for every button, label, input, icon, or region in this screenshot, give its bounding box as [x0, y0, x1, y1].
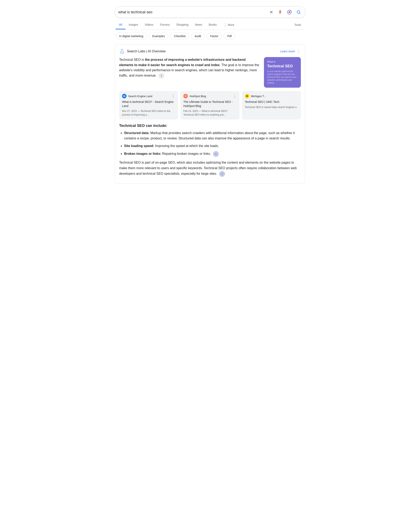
- bullet-3-key: Broken images or links:: [124, 152, 161, 155]
- collapse-button[interactable]: ∧: [158, 73, 164, 79]
- card-desc: Is your website optimised for search eng…: [267, 70, 298, 84]
- tab-videos[interactable]: Videos: [141, 20, 157, 29]
- card-title-small: What is: [267, 60, 298, 63]
- microphone-icon: [278, 10, 282, 14]
- bullet-item-1: Structured data: Markup that provides se…: [124, 130, 301, 141]
- search-input[interactable]: [118, 10, 266, 14]
- tab-all[interactable]: All: [116, 20, 126, 29]
- bullets-section-heading: Technical SEO can include:: [119, 124, 301, 128]
- source-2-title: The Ultimate Guide to Technical SEO - Hu…: [183, 100, 236, 108]
- tab-news[interactable]: News: [192, 20, 205, 29]
- svg-point-4: [122, 52, 123, 53]
- bullet-1-key: Structured data:: [124, 131, 149, 135]
- source-1-date: Nov 27, 2023: [122, 110, 137, 112]
- nav-tabs: All Images Videos Forums Shopping News B…: [115, 20, 305, 30]
- search-icon: [296, 10, 301, 14]
- source-1-more-icon[interactable]: ⋮: [171, 94, 175, 98]
- card-title-big: Technical SEO: [267, 64, 298, 68]
- source-2-favicon: H: [183, 94, 188, 98]
- bottom-para-text: Technical SEO is part of on-page SEO, wh…: [119, 161, 297, 175]
- bullet-3-text: Repairing broken images or links.: [161, 152, 211, 155]
- bottom-paragraph: Technical SEO is part of on-page SEO, wh…: [119, 160, 301, 177]
- search-button[interactable]: [295, 9, 302, 15]
- tab-forums[interactable]: Forums: [157, 20, 173, 29]
- source-1-name: Search Engine Land: [128, 95, 152, 98]
- source-card-3[interactable]: M Michigan Technolo Technical SEO | UMC …: [242, 91, 301, 120]
- bullet-1-text: Markup that provides search crawlers wit…: [124, 131, 295, 140]
- source-card-2-header: H HubSpot Blog ⋮: [183, 94, 236, 98]
- source-3-name: Michigan Technolo: [251, 95, 267, 98]
- ai-image-card[interactable]: What is Technical SEO Is your website op…: [264, 57, 301, 88]
- source-card-3-site: M Michigan Technolo: [245, 94, 267, 98]
- bullet-2-key: Site loading speed:: [124, 144, 154, 148]
- source-3-snippet: Technical SEO is valuat helps search eng…: [245, 106, 297, 109]
- bottom-expand-button[interactable]: ∨: [219, 171, 225, 177]
- source-1-meta: Nov 27, 2023 — Technical SEO refers to t…: [122, 109, 175, 117]
- search-bar: [115, 7, 305, 18]
- ai-overview-title: Search Labs | AI Overview: [127, 50, 166, 53]
- more-label: More: [228, 23, 234, 27]
- tab-images[interactable]: Images: [126, 20, 142, 29]
- source-card-1-site: SE Search Engine Land: [122, 94, 152, 98]
- chip-pdf[interactable]: Pdf: [224, 33, 235, 40]
- ai-header-right: Learn more ⋮: [280, 49, 301, 54]
- source-card-2[interactable]: H HubSpot Blog ⋮ The Ultimate Guide to T…: [180, 91, 239, 120]
- bullet-item-3: Broken images or links: Repairing broken…: [124, 151, 301, 157]
- chip-examples[interactable]: Examples: [149, 33, 168, 40]
- source-2-name: HubSpot Blog: [189, 95, 206, 98]
- search-labs-icon: [119, 49, 125, 54]
- chip-checklist[interactable]: Checklist: [170, 33, 189, 40]
- ai-header-left: Search Labs | AI Overview: [119, 49, 166, 54]
- chip-audit[interactable]: Audit: [191, 33, 205, 40]
- source-2-meta: Feb 24, 2023 — What is technical SEO? Te…: [183, 109, 236, 117]
- source-card-1-header: SE Search Engine Land ⋮: [122, 94, 175, 98]
- learn-more-link[interactable]: Learn more: [280, 50, 295, 53]
- lens-icon: [287, 10, 292, 15]
- ai-text-part1: Technical SEO is: [119, 58, 145, 61]
- source-3-title: Technical SEO | UMC Tech: [245, 100, 298, 104]
- ai-overview-content: Technical SEO is the process of improvin…: [119, 57, 301, 88]
- source-cards: SE Search Engine Land ⋮ What is technica…: [119, 91, 301, 120]
- chip-digital-marketing[interactable]: In digital marketing: [116, 33, 147, 40]
- svg-point-1: [289, 11, 290, 13]
- clear-button[interactable]: [268, 9, 274, 15]
- bullet-list: Structured data: Markup that provides se…: [119, 130, 301, 157]
- source-2-more-icon[interactable]: ⋮: [233, 94, 237, 98]
- x-icon: [269, 10, 273, 14]
- bullet-expand-button[interactable]: ∨: [213, 151, 219, 157]
- bullet-2-text: Improving the speed at which the site lo…: [154, 144, 219, 148]
- source-card-3-header: M Michigan Technolo: [245, 94, 298, 98]
- source-3-favicon: M: [245, 94, 249, 98]
- svg-point-3: [121, 51, 122, 52]
- tools-button[interactable]: Tools: [291, 21, 304, 29]
- filter-chips: In digital marketing Examples Checklist …: [115, 30, 305, 42]
- ai-overview-text: Technical SEO is the process of improvin…: [119, 57, 261, 79]
- ai-overview-header: Search Labs | AI Overview Learn more ⋮: [119, 49, 301, 54]
- tab-books[interactable]: Books: [205, 20, 220, 29]
- lens-search-button[interactable]: [286, 9, 293, 15]
- source-card-1[interactable]: SE Search Engine Land ⋮ What is technica…: [119, 91, 178, 120]
- source-1-favicon: SE: [122, 94, 127, 98]
- search-icons: [268, 9, 302, 15]
- chip-factor[interactable]: Factor: [207, 33, 222, 40]
- bullet-item-2: Site loading speed: Improving the speed …: [124, 143, 301, 149]
- source-3-meta: Technical SEO is valuat helps search eng…: [245, 105, 298, 109]
- source-2-date: Feb 24, 2023: [183, 110, 198, 112]
- ai-more-options-icon[interactable]: ⋮: [297, 49, 301, 54]
- voice-search-button[interactable]: [277, 9, 283, 15]
- tab-shopping[interactable]: Shopping: [173, 20, 192, 29]
- source-1-title: What is technical SEO? - Search Engine L…: [122, 100, 175, 108]
- tab-more[interactable]: ⋮ More: [220, 20, 238, 30]
- more-dots-icon: ⋮: [223, 23, 227, 27]
- ai-overview-section: Search Labs | AI Overview Learn more ⋮ T…: [115, 44, 305, 183]
- source-card-2-site: H HubSpot Blog: [183, 94, 206, 98]
